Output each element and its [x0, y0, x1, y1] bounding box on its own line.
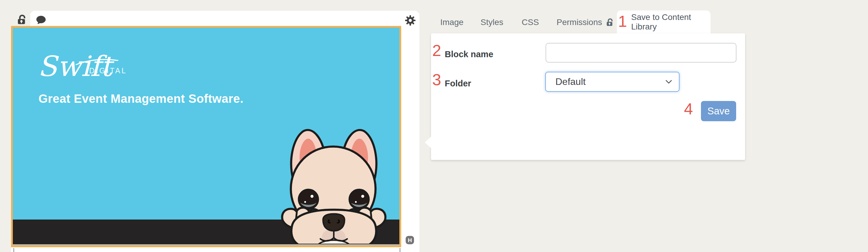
- folder-select-value: Default: [555, 76, 586, 87]
- dog-illustration: [274, 127, 394, 244]
- next-block-outline-right: [399, 248, 401, 252]
- next-block-top-outline: [13, 244, 399, 246]
- tab-styles[interactable]: Styles: [480, 11, 503, 33]
- popover-arrow: [425, 136, 431, 148]
- logo-sub-text: DIGITAL: [89, 66, 127, 75]
- chevron-down-icon: [665, 79, 672, 84]
- next-block-area: [11, 247, 420, 252]
- tab-image[interactable]: Image: [440, 11, 464, 33]
- tab-permissions[interactable]: Permissions: [557, 11, 615, 33]
- save-to-library-panel: 2 Block name 3 Folder Default 4 Save: [431, 33, 745, 160]
- comment-icon[interactable]: [35, 14, 46, 25]
- unlock-icon: [606, 18, 615, 27]
- image-block[interactable]: Swift DIGITAL Great Event Management Sof…: [11, 26, 401, 247]
- gear-icon[interactable]: [404, 14, 416, 26]
- save-button[interactable]: Save: [701, 101, 736, 121]
- unlock-icon[interactable]: [17, 14, 28, 25]
- annotation-2: 2: [432, 42, 441, 59]
- next-block-outline-left: [13, 248, 14, 252]
- block-name-input[interactable]: [546, 43, 737, 63]
- swift-digital-logo: Swift DIGITAL: [38, 50, 139, 85]
- tab-css[interactable]: CSS: [522, 11, 539, 33]
- tab-save-label: Save to Content Library: [631, 12, 711, 32]
- folder-select[interactable]: Default: [545, 72, 680, 92]
- folder-label: Folder: [445, 79, 471, 88]
- block-handle-badge[interactable]: H: [406, 236, 414, 244]
- email-builder-stage: Swift DIGITAL Great Event Management Sof…: [0, 0, 868, 252]
- image-tagline: Great Event Management Software.: [38, 92, 243, 105]
- annotation-1: 1: [618, 13, 627, 29]
- annotation-3: 3: [432, 71, 441, 87]
- tab-save-to-content-library[interactable]: 1 Save to Content Library: [617, 10, 711, 33]
- annotation-4: 4: [684, 101, 693, 117]
- block-name-label: Block name: [445, 49, 493, 59]
- tab-permissions-label: Permissions: [557, 11, 602, 33]
